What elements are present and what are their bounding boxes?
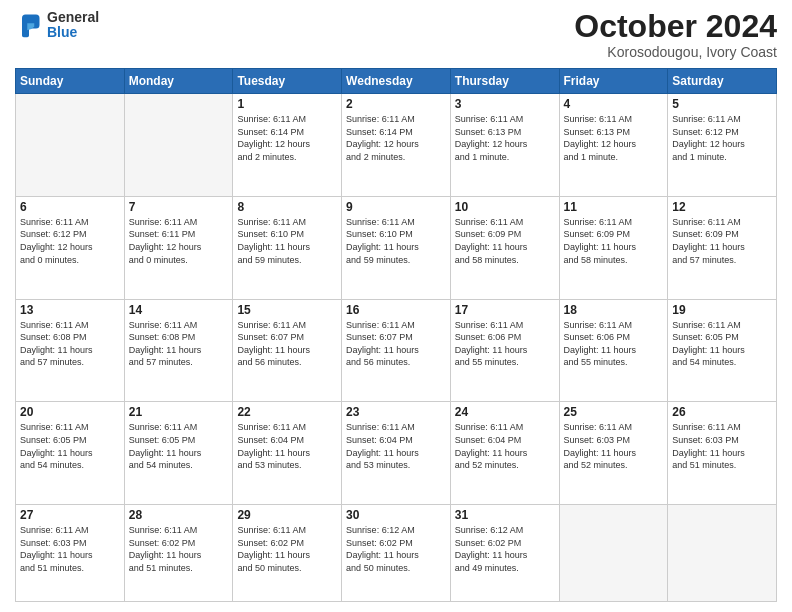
calendar-cell: 31Sunrise: 6:12 AM Sunset: 6:02 PM Dayli… — [450, 505, 559, 602]
calendar-cell: 23Sunrise: 6:11 AM Sunset: 6:04 PM Dayli… — [342, 402, 451, 505]
month-title: October 2024 — [574, 10, 777, 42]
logo-text: General Blue — [47, 10, 99, 41]
day-number: 30 — [346, 508, 446, 522]
day-number: 26 — [672, 405, 772, 419]
calendar-cell: 22Sunrise: 6:11 AM Sunset: 6:04 PM Dayli… — [233, 402, 342, 505]
calendar-cell: 26Sunrise: 6:11 AM Sunset: 6:03 PM Dayli… — [668, 402, 777, 505]
day-number: 6 — [20, 200, 120, 214]
calendar-cell — [668, 505, 777, 602]
day-info: Sunrise: 6:11 AM Sunset: 6:12 PM Dayligh… — [20, 216, 120, 266]
day-number: 11 — [564, 200, 664, 214]
calendar-cell: 21Sunrise: 6:11 AM Sunset: 6:05 PM Dayli… — [124, 402, 233, 505]
calendar-week-5: 27Sunrise: 6:11 AM Sunset: 6:03 PM Dayli… — [16, 505, 777, 602]
day-number: 8 — [237, 200, 337, 214]
day-info: Sunrise: 6:11 AM Sunset: 6:14 PM Dayligh… — [237, 113, 337, 163]
calendar-cell: 2Sunrise: 6:11 AM Sunset: 6:14 PM Daylig… — [342, 94, 451, 197]
day-number: 24 — [455, 405, 555, 419]
day-info: Sunrise: 6:11 AM Sunset: 6:11 PM Dayligh… — [129, 216, 229, 266]
day-info: Sunrise: 6:11 AM Sunset: 6:10 PM Dayligh… — [237, 216, 337, 266]
calendar-cell: 8Sunrise: 6:11 AM Sunset: 6:10 PM Daylig… — [233, 196, 342, 299]
calendar-cell: 10Sunrise: 6:11 AM Sunset: 6:09 PM Dayli… — [450, 196, 559, 299]
day-number: 4 — [564, 97, 664, 111]
calendar-cell — [559, 505, 668, 602]
calendar-cell: 4Sunrise: 6:11 AM Sunset: 6:13 PM Daylig… — [559, 94, 668, 197]
calendar-cell: 3Sunrise: 6:11 AM Sunset: 6:13 PM Daylig… — [450, 94, 559, 197]
day-number: 17 — [455, 303, 555, 317]
day-info: Sunrise: 6:11 AM Sunset: 6:07 PM Dayligh… — [346, 319, 446, 369]
day-info: Sunrise: 6:11 AM Sunset: 6:03 PM Dayligh… — [672, 421, 772, 471]
calendar-cell: 17Sunrise: 6:11 AM Sunset: 6:06 PM Dayli… — [450, 299, 559, 402]
day-info: Sunrise: 6:11 AM Sunset: 6:12 PM Dayligh… — [672, 113, 772, 163]
day-info: Sunrise: 6:11 AM Sunset: 6:09 PM Dayligh… — [672, 216, 772, 266]
calendar-cell: 19Sunrise: 6:11 AM Sunset: 6:05 PM Dayli… — [668, 299, 777, 402]
day-number: 21 — [129, 405, 229, 419]
calendar-cell: 20Sunrise: 6:11 AM Sunset: 6:05 PM Dayli… — [16, 402, 125, 505]
calendar-cell: 12Sunrise: 6:11 AM Sunset: 6:09 PM Dayli… — [668, 196, 777, 299]
calendar-week-2: 6Sunrise: 6:11 AM Sunset: 6:12 PM Daylig… — [16, 196, 777, 299]
day-info: Sunrise: 6:11 AM Sunset: 6:04 PM Dayligh… — [455, 421, 555, 471]
day-info: Sunrise: 6:11 AM Sunset: 6:02 PM Dayligh… — [129, 524, 229, 574]
calendar-cell: 5Sunrise: 6:11 AM Sunset: 6:12 PM Daylig… — [668, 94, 777, 197]
calendar-cell: 14Sunrise: 6:11 AM Sunset: 6:08 PM Dayli… — [124, 299, 233, 402]
calendar-header-wednesday: Wednesday — [342, 69, 451, 94]
calendar-cell: 13Sunrise: 6:11 AM Sunset: 6:08 PM Dayli… — [16, 299, 125, 402]
calendar-header-friday: Friday — [559, 69, 668, 94]
day-number: 13 — [20, 303, 120, 317]
day-info: Sunrise: 6:11 AM Sunset: 6:03 PM Dayligh… — [20, 524, 120, 574]
logo-icon — [15, 11, 43, 39]
calendar-cell: 29Sunrise: 6:11 AM Sunset: 6:02 PM Dayli… — [233, 505, 342, 602]
location: Korosodougou, Ivory Coast — [574, 44, 777, 60]
day-info: Sunrise: 6:11 AM Sunset: 6:06 PM Dayligh… — [455, 319, 555, 369]
day-number: 19 — [672, 303, 772, 317]
calendar-cell: 11Sunrise: 6:11 AM Sunset: 6:09 PM Dayli… — [559, 196, 668, 299]
day-number: 3 — [455, 97, 555, 111]
calendar-cell: 1Sunrise: 6:11 AM Sunset: 6:14 PM Daylig… — [233, 94, 342, 197]
day-info: Sunrise: 6:11 AM Sunset: 6:14 PM Dayligh… — [346, 113, 446, 163]
day-number: 5 — [672, 97, 772, 111]
calendar-cell: 6Sunrise: 6:11 AM Sunset: 6:12 PM Daylig… — [16, 196, 125, 299]
day-info: Sunrise: 6:11 AM Sunset: 6:10 PM Dayligh… — [346, 216, 446, 266]
day-number: 15 — [237, 303, 337, 317]
day-number: 22 — [237, 405, 337, 419]
calendar-cell: 16Sunrise: 6:11 AM Sunset: 6:07 PM Dayli… — [342, 299, 451, 402]
day-number: 10 — [455, 200, 555, 214]
day-number: 18 — [564, 303, 664, 317]
calendar-header-thursday: Thursday — [450, 69, 559, 94]
calendar-cell: 15Sunrise: 6:11 AM Sunset: 6:07 PM Dayli… — [233, 299, 342, 402]
calendar-cell: 7Sunrise: 6:11 AM Sunset: 6:11 PM Daylig… — [124, 196, 233, 299]
day-info: Sunrise: 6:11 AM Sunset: 6:13 PM Dayligh… — [564, 113, 664, 163]
day-info: Sunrise: 6:11 AM Sunset: 6:06 PM Dayligh… — [564, 319, 664, 369]
day-info: Sunrise: 6:11 AM Sunset: 6:04 PM Dayligh… — [346, 421, 446, 471]
day-number: 2 — [346, 97, 446, 111]
day-info: Sunrise: 6:11 AM Sunset: 6:09 PM Dayligh… — [455, 216, 555, 266]
day-info: Sunrise: 6:11 AM Sunset: 6:05 PM Dayligh… — [672, 319, 772, 369]
day-info: Sunrise: 6:11 AM Sunset: 6:02 PM Dayligh… — [237, 524, 337, 574]
calendar-week-3: 13Sunrise: 6:11 AM Sunset: 6:08 PM Dayli… — [16, 299, 777, 402]
calendar-week-1: 1Sunrise: 6:11 AM Sunset: 6:14 PM Daylig… — [16, 94, 777, 197]
calendar-week-4: 20Sunrise: 6:11 AM Sunset: 6:05 PM Dayli… — [16, 402, 777, 505]
calendar-cell: 27Sunrise: 6:11 AM Sunset: 6:03 PM Dayli… — [16, 505, 125, 602]
day-number: 28 — [129, 508, 229, 522]
day-info: Sunrise: 6:11 AM Sunset: 6:05 PM Dayligh… — [20, 421, 120, 471]
calendar-cell — [124, 94, 233, 197]
day-number: 9 — [346, 200, 446, 214]
calendar-header-saturday: Saturday — [668, 69, 777, 94]
calendar-cell: 30Sunrise: 6:12 AM Sunset: 6:02 PM Dayli… — [342, 505, 451, 602]
day-info: Sunrise: 6:11 AM Sunset: 6:13 PM Dayligh… — [455, 113, 555, 163]
day-number: 12 — [672, 200, 772, 214]
calendar-cell — [16, 94, 125, 197]
header: General Blue October 2024 Korosodougou, … — [15, 10, 777, 60]
day-info: Sunrise: 6:11 AM Sunset: 6:04 PM Dayligh… — [237, 421, 337, 471]
day-info: Sunrise: 6:11 AM Sunset: 6:07 PM Dayligh… — [237, 319, 337, 369]
calendar-cell: 9Sunrise: 6:11 AM Sunset: 6:10 PM Daylig… — [342, 196, 451, 299]
header-right: October 2024 Korosodougou, Ivory Coast — [574, 10, 777, 60]
calendar-header-tuesday: Tuesday — [233, 69, 342, 94]
day-info: Sunrise: 6:11 AM Sunset: 6:03 PM Dayligh… — [564, 421, 664, 471]
day-number: 29 — [237, 508, 337, 522]
calendar-header-row: SundayMondayTuesdayWednesdayThursdayFrid… — [16, 69, 777, 94]
day-number: 14 — [129, 303, 229, 317]
calendar-cell: 25Sunrise: 6:11 AM Sunset: 6:03 PM Dayli… — [559, 402, 668, 505]
day-number: 20 — [20, 405, 120, 419]
day-number: 7 — [129, 200, 229, 214]
logo-general-text: General — [47, 10, 99, 25]
